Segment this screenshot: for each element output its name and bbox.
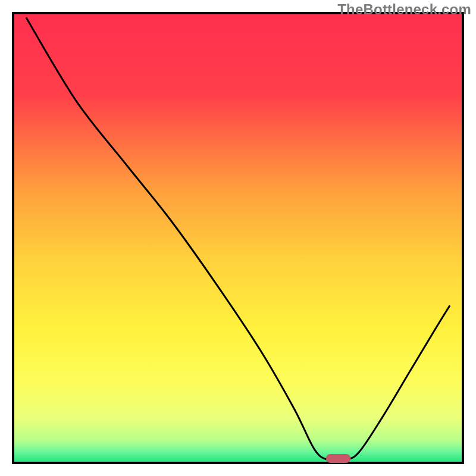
bottleneck-chart: TheBottleneck.com [0, 0, 476, 476]
watermark-label: TheBottleneck.com [337, 1, 471, 18]
optimal-marker [326, 454, 351, 463]
chart-svg [0, 0, 476, 476]
